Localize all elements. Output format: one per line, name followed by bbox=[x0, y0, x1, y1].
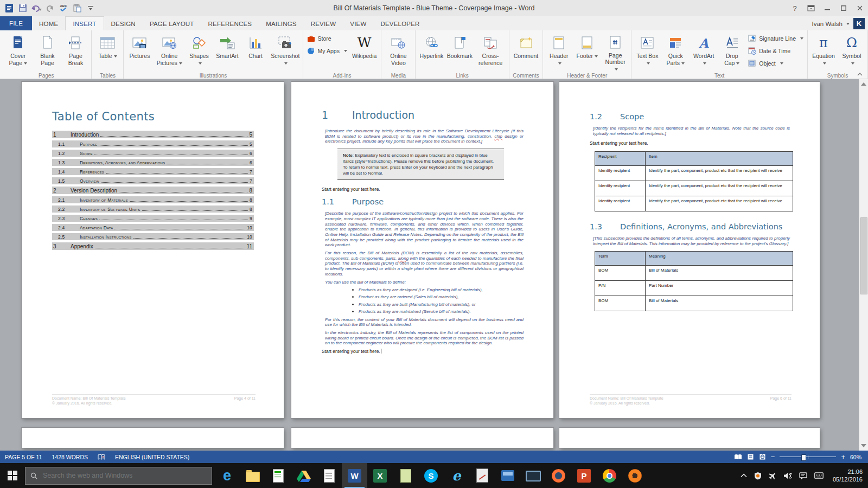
tab-developer[interactable]: DEVELOPER bbox=[373, 17, 426, 30]
toc-entry[interactable]: 1 Introduction 5 bbox=[52, 131, 254, 138]
drop-cap-button[interactable]: Drop Cap bbox=[718, 31, 746, 72]
volume-icon[interactable] bbox=[784, 472, 792, 479]
customize-quick-access-icon[interactable] bbox=[85, 2, 97, 14]
page-break-button[interactable]: Page Break bbox=[61, 31, 90, 72]
tab-file[interactable]: FILE bbox=[0, 16, 32, 30]
ribbon-display-options-icon[interactable] bbox=[803, 0, 819, 16]
online-pictures-button[interactable]: Online Pictures bbox=[154, 31, 185, 72]
taskbar-clock[interactable]: 21:06 05/12/2016 bbox=[831, 468, 863, 483]
store-button[interactable]: Store bbox=[305, 33, 349, 44]
my-apps-button[interactable]: My Apps bbox=[305, 45, 349, 56]
security-shield-icon[interactable] bbox=[754, 472, 762, 480]
shapes-button[interactable]: Shapes bbox=[185, 31, 213, 72]
tab-insert[interactable]: INSERT bbox=[65, 16, 104, 30]
scroll-up-icon[interactable] bbox=[861, 82, 866, 86]
smartart-button[interactable]: SmartArt bbox=[213, 31, 241, 72]
toc-entry[interactable]: 2.4 Adaptation Data 10 bbox=[52, 224, 254, 231]
cross-reference-button[interactable]: Cross-reference bbox=[474, 31, 507, 72]
help-icon[interactable]: ? bbox=[787, 0, 803, 16]
powerpoint-icon[interactable]: P bbox=[571, 463, 597, 488]
google-drive-icon[interactable] bbox=[291, 463, 316, 488]
table-row[interactable]: P/N Part Number bbox=[595, 280, 793, 296]
page-indicator[interactable]: PAGE 5 OF 11 bbox=[0, 454, 47, 460]
file-explorer-icon[interactable] bbox=[240, 463, 265, 488]
libreoffice-writer-icon[interactable] bbox=[265, 463, 291, 488]
bookmark-button[interactable]: Bookmark bbox=[445, 31, 474, 72]
word-count[interactable]: 1428 WORDS bbox=[47, 454, 93, 460]
chart-button[interactable]: Chart bbox=[241, 31, 270, 72]
document-page-partial[interactable] bbox=[559, 428, 820, 448]
definitions-table[interactable]: Term Meaning BOM Bill of Materials P/N bbox=[595, 251, 793, 311]
screenshot-button[interactable]: Screenshot bbox=[270, 31, 301, 72]
language-indicator[interactable]: ENGLISH (UNITED STATES) bbox=[110, 454, 194, 460]
table-row[interactable]: Identify recipient Identify the part, co… bbox=[595, 196, 793, 211]
tab-view[interactable]: VIEW bbox=[343, 17, 373, 30]
zoom-level[interactable]: 60% bbox=[850, 454, 861, 460]
wordart-button[interactable]: A WordArt bbox=[690, 31, 718, 72]
image-editor-icon[interactable] bbox=[469, 463, 495, 488]
toc-entry[interactable]: 1.5 Overview 7 bbox=[52, 177, 254, 184]
object-button[interactable]: Object bbox=[746, 57, 806, 69]
table-button[interactable]: Table bbox=[93, 31, 122, 72]
maximize-button[interactable] bbox=[835, 0, 852, 16]
cover-page-button[interactable]: Cover Page bbox=[3, 31, 33, 72]
chrome-icon[interactable] bbox=[597, 463, 622, 488]
edge-icon[interactable]: e bbox=[214, 463, 240, 488]
zoom-out-button[interactable]: − bbox=[771, 454, 775, 460]
zoom-slider-thumb[interactable] bbox=[801, 454, 806, 461]
start-button[interactable] bbox=[0, 463, 25, 488]
document-page-introduction[interactable]: 1Introduction [Introduce the document by… bbox=[291, 82, 553, 418]
pictures-button[interactable]: Pictures bbox=[125, 31, 154, 72]
onenote-icon[interactable] bbox=[393, 463, 418, 488]
toc-entry[interactable]: 2.1 Inventory of Materials 8 bbox=[52, 196, 254, 203]
toc-entry[interactable]: 1.3 Definitions, Acronyms, and Abbreviat… bbox=[52, 159, 254, 166]
toc-entry[interactable]: 2 Version Description 8 bbox=[52, 187, 254, 194]
toc-entry[interactable]: 1.4 References 7 bbox=[52, 168, 254, 175]
footer-button[interactable]: Footer bbox=[573, 31, 601, 72]
document-page-partial[interactable] bbox=[22, 428, 284, 448]
signature-line-button[interactable]: Signature Line bbox=[746, 33, 806, 44]
avatar[interactable]: K bbox=[853, 18, 865, 29]
document-page-toc[interactable]: Table of Contents 1 Introduction 5 1.1 P… bbox=[22, 82, 284, 418]
table-row[interactable]: BOM Bill of Materials bbox=[595, 296, 793, 311]
header-button[interactable]: Header bbox=[545, 31, 573, 72]
table-row[interactable]: Identify recipient Identify the part, co… bbox=[595, 166, 793, 181]
airplane-mode-icon[interactable] bbox=[769, 472, 777, 479]
recipient-table[interactable]: Recipient Item Identify recipient Identi… bbox=[595, 151, 793, 211]
save-icon[interactable] bbox=[17, 2, 29, 14]
web-layout-icon[interactable] bbox=[759, 453, 766, 460]
online-video-button[interactable]: Online Video bbox=[383, 31, 413, 72]
print-layout-icon[interactable] bbox=[747, 453, 754, 460]
wikipedia-button[interactable]: W Wikipedia bbox=[349, 31, 380, 72]
document-page-scope[interactable]: 1.2Scope [Identify the recipients for th… bbox=[559, 82, 820, 418]
document-page-partial[interactable] bbox=[291, 428, 553, 448]
tab-design[interactable]: DESIGN bbox=[104, 17, 143, 30]
toc-entry[interactable]: 3 Appendix 11 bbox=[52, 242, 254, 250]
excel-icon[interactable]: X bbox=[367, 463, 393, 488]
zoom-in-button[interactable]: + bbox=[841, 454, 845, 460]
undo-button[interactable] bbox=[30, 2, 42, 14]
word-icon[interactable]: W bbox=[342, 463, 367, 488]
remote-desktop-icon[interactable] bbox=[495, 463, 520, 488]
spelling-grammar-button[interactable]: ABC bbox=[58, 2, 69, 14]
redo-button[interactable] bbox=[44, 2, 56, 14]
taskbar-search[interactable] bbox=[25, 467, 212, 485]
firefox-icon[interactable] bbox=[546, 463, 571, 488]
start-text-with-cursor[interactable]: Start entering your text here. bbox=[322, 349, 524, 354]
internet-explorer-icon[interactable]: e bbox=[444, 463, 469, 488]
quick-parts-button[interactable]: Quick Parts bbox=[661, 31, 690, 72]
minimize-button[interactable] bbox=[819, 0, 835, 16]
toc-entry[interactable]: 1.2 Scope 6 bbox=[52, 150, 254, 157]
hyperlink-button[interactable]: Hyperlink bbox=[417, 31, 445, 72]
equation-button[interactable]: π Equation bbox=[809, 31, 838, 72]
text-box-button[interactable]: Text Box bbox=[633, 31, 661, 72]
touch-keyboard-icon[interactable] bbox=[814, 472, 824, 479]
computer-icon[interactable] bbox=[520, 463, 546, 488]
scroll-down-icon[interactable] bbox=[861, 444, 866, 447]
toc-entry[interactable]: 2.5 Installation Instructions 10 bbox=[52, 233, 254, 240]
collapse-ribbon-icon[interactable] bbox=[857, 73, 863, 76]
date-time-button[interactable]: Date & Time bbox=[746, 45, 806, 56]
page-number-button[interactable]: Page Number bbox=[601, 31, 629, 72]
toc-entry[interactable]: 1.1 Purpose 5 bbox=[52, 140, 254, 147]
document-canvas[interactable]: Table of Contents 1 Introduction 5 1.1 P… bbox=[0, 79, 868, 451]
